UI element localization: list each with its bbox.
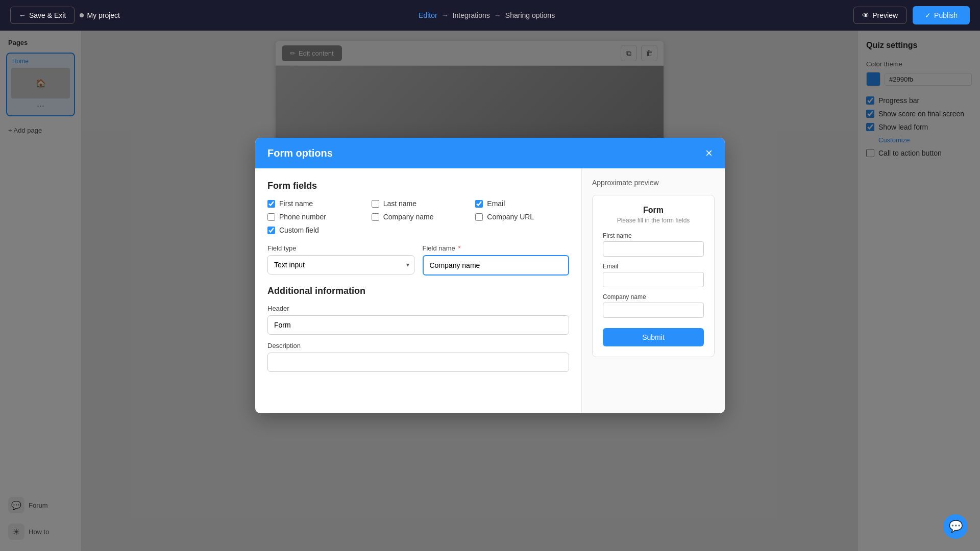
preview-email-field: Email [603,263,704,287]
dot-icon [80,13,84,17]
phone-number-checkbox[interactable] [267,213,275,221]
modal-title: Form options [267,147,333,159]
field-first-name: First name [267,199,361,208]
first-name-label: First name [279,199,313,208]
description-label: Description [267,342,569,349]
field-last-name: Last name [372,199,465,208]
field-type-select[interactable]: Text input [267,255,414,274]
back-arrow-icon: ← [19,11,26,19]
email-checkbox[interactable] [475,200,483,208]
header-label: Header [267,305,569,312]
preview-company-name-label: Company name [603,293,704,300]
header-group: Header [267,305,569,335]
required-star: * [458,244,460,252]
integrations-link[interactable]: Integrations [453,11,490,19]
modal-header: Form options × [255,138,725,168]
chat-icon: 💬 [949,520,963,533]
additional-title: Additional information [267,286,569,296]
header-input[interactable] [267,315,569,335]
project-name: My project [80,11,120,19]
custom-field-checkbox[interactable] [267,227,275,234]
nav-arrow-2: → [494,11,501,19]
field-company-name: Company name [372,213,465,221]
preview-first-name-input [603,241,704,257]
field-email: Email [475,199,569,208]
last-name-checkbox[interactable] [372,200,379,208]
phone-number-label: Phone number [279,213,326,221]
navbar: ← Save & Exit My project Editor → Integr… [0,0,980,31]
field-type-label: Field type [267,244,414,252]
field-name-group: Field name * [423,244,570,276]
preview-title: Approximate preview [592,179,715,187]
form-fields-title: Form fields [267,181,569,191]
preview-button[interactable]: 👁 Preview [853,7,906,24]
preview-form-title: Form [603,206,704,215]
preview-form-subtitle: Please fill in the form fields [603,217,704,224]
field-company-url: Company URL [475,213,569,221]
modal-left: Form fields First name Last name Email [255,168,582,413]
company-url-checkbox[interactable] [475,213,483,221]
editor-link[interactable]: Editor [419,11,437,19]
eye-icon: 👁 [862,11,869,19]
check-icon: ✓ [925,11,931,19]
navbar-right: 👁 Preview ✓ Publish [853,6,970,24]
field-name-input[interactable] [423,255,570,276]
field-type-select-wrapper: Text input ▾ [267,255,414,274]
company-name-checkbox[interactable] [372,213,379,221]
field-type-group: Field type Text input ▾ [267,244,414,276]
preview-email-label: Email [603,263,704,270]
publish-label: Publish [934,11,958,19]
preview-email-input [603,272,704,287]
last-name-label: Last name [383,199,416,208]
field-type-name-row: Field type Text input ▾ Field name * [267,244,569,276]
publish-button[interactable]: ✓ Publish [913,6,970,24]
email-label: Email [487,199,505,208]
field-custom: Custom field [267,226,361,234]
company-name-label: Company name [383,213,434,221]
custom-field-label: Custom field [279,226,319,234]
description-group: Description [267,342,569,372]
preview-company-name-input [603,303,704,318]
description-input[interactable] [267,353,569,372]
modal-right: Approximate preview Form Please fill in … [582,168,725,413]
preview-first-name-field: First name [603,232,704,257]
first-name-checkbox[interactable] [267,200,275,208]
company-url-label: Company URL [487,213,534,221]
form-options-modal: Form options × Form fields First name La… [255,138,725,413]
preview-label: Preview [872,11,898,19]
save-exit-label: Save & Exit [29,11,66,19]
modal-body: Form fields First name Last name Email [255,168,725,413]
field-name-label: Field name * [423,244,570,252]
modal-close-button[interactable]: × [705,147,713,159]
field-phone-number: Phone number [267,213,361,221]
floating-chat-button[interactable]: 💬 [943,514,968,539]
preview-submit-button: Submit [603,328,704,346]
preview-company-name-field: Company name [603,293,704,318]
nav-arrow-1: → [442,11,449,19]
preview-first-name-label: First name [603,232,704,239]
fields-grid: First name Last name Email Phone number [267,199,569,234]
save-exit-button[interactable]: ← Save & Exit [10,7,75,24]
sharing-options-link[interactable]: Sharing options [505,11,555,19]
preview-card: Form Please fill in the form fields Firs… [592,195,715,357]
navbar-left: ← Save & Exit My project [10,7,120,24]
navbar-center: Editor → Integrations → Sharing options [419,11,555,19]
